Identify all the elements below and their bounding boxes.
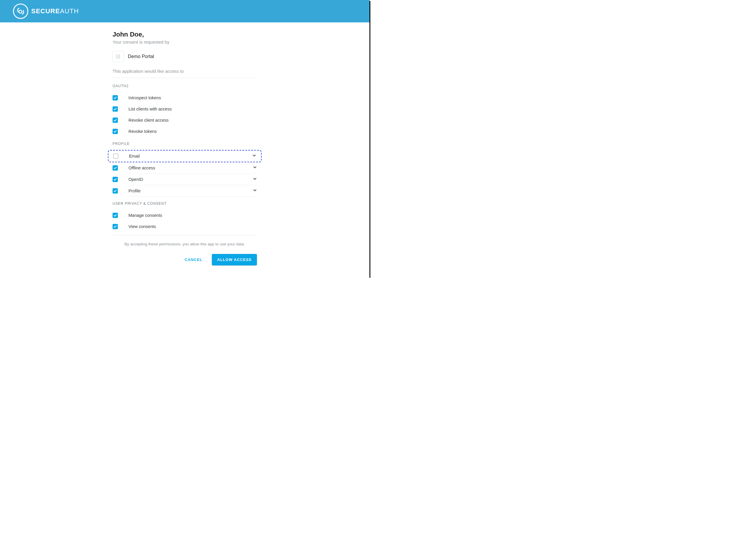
svg-point-7 (118, 58, 119, 59)
requesting-app: Demo Portal (113, 51, 257, 62)
scope-section-title: USER PRIVACY & CONSENT (113, 202, 257, 206)
brand-name-part1: SECURE (31, 7, 60, 15)
consent-content: John Doe, Your consent is requested by D… (113, 22, 257, 265)
svg-point-8 (119, 58, 120, 59)
brand-name: SECUREAUTH (31, 7, 79, 15)
scope-row: Revoke client access (113, 115, 257, 126)
svg-point-4 (118, 56, 119, 57)
user-name: John Doe, (113, 30, 257, 38)
scope-checkbox[interactable] (113, 95, 118, 100)
scope-checkbox[interactable] (113, 188, 118, 194)
scope-checkbox[interactable] (113, 224, 118, 229)
action-buttons: CANCEL ALLOW ACCESS (113, 254, 257, 265)
scope-checkbox[interactable] (113, 107, 118, 112)
consent-subtitle: Your consent is requested by (113, 40, 257, 45)
scope-label: Revoke tokens (128, 129, 157, 134)
chevron-down-icon[interactable] (253, 188, 257, 194)
scope-checkbox[interactable] (113, 213, 118, 218)
scope-checkbox[interactable] (113, 177, 118, 182)
brand-logo-icon (13, 4, 28, 19)
app-name: Demo Portal (128, 54, 154, 59)
scope-checkbox[interactable] (113, 153, 119, 159)
header-bar: SECUREAUTH (0, 0, 369, 22)
scope-row: Manage consents (113, 210, 257, 221)
cancel-button[interactable]: CANCEL (184, 255, 204, 265)
scope-checkbox[interactable] (113, 165, 118, 170)
chevron-down-icon[interactable] (253, 165, 257, 170)
chevron-down-icon[interactable] (252, 153, 256, 159)
scope-row: View consents (113, 221, 257, 232)
scope-label: Introspect tokens (128, 95, 161, 100)
scope-row[interactable]: Profile (113, 185, 257, 197)
scope-label: Revoke client access (128, 118, 169, 123)
scope-section-title: OAUTH2 (113, 84, 257, 88)
svg-point-0 (116, 55, 117, 56)
scope-label: Profile (128, 189, 141, 193)
chevron-down-icon[interactable] (253, 177, 257, 182)
scope-section-title: PROFILE (113, 142, 257, 146)
scope-label: Email (129, 154, 140, 158)
svg-point-1 (118, 55, 119, 56)
svg-point-2 (119, 55, 120, 56)
svg-point-6 (116, 58, 117, 59)
scopes-container: OAUTH2Introspect tokensList clients with… (113, 78, 257, 232)
scope-row[interactable]: OpenID (113, 174, 257, 185)
scope-checkbox[interactable] (113, 129, 118, 134)
consent-window: SECUREAUTH John Doe, Your consent is req… (0, 0, 369, 278)
svg-point-5 (119, 56, 120, 57)
scope-label: View consents (128, 224, 156, 229)
footer-area: By accepting these permissions, you allo… (113, 235, 257, 265)
allow-access-button[interactable]: ALLOW ACCESS (212, 254, 257, 265)
scope-row: Revoke tokens (113, 126, 257, 137)
scope-row[interactable]: Email (108, 150, 262, 162)
accept-disclaimer: By accepting these permissions, you allo… (113, 242, 257, 246)
scope-label: Offline access (128, 165, 155, 170)
svg-point-3 (116, 56, 117, 57)
scope-label: List clients with access (128, 107, 172, 111)
scope-checkbox[interactable] (113, 118, 118, 123)
access-request-text: This application would like access to (113, 69, 257, 74)
app-grid-icon (113, 51, 124, 62)
scope-label: Manage consents (128, 213, 162, 218)
scope-row: List clients with access (113, 103, 257, 115)
brand: SECUREAUTH (13, 4, 79, 19)
scope-label: OpenID (128, 177, 143, 182)
scope-row: Introspect tokens (113, 92, 257, 103)
brand-name-part2: AUTH (60, 7, 79, 15)
scope-row[interactable]: Offline access (113, 162, 257, 173)
